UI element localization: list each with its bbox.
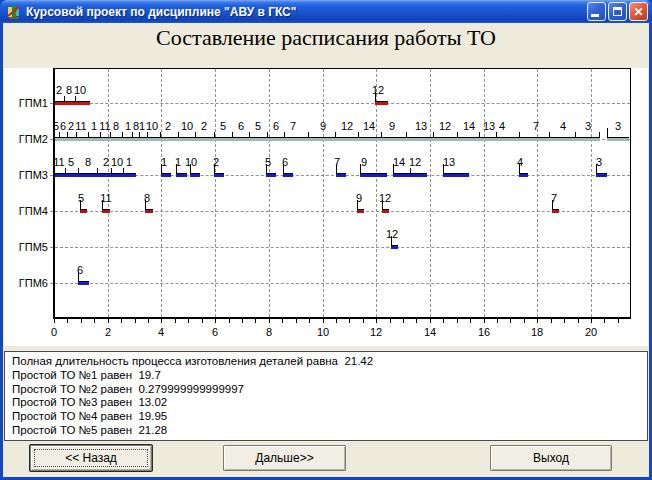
bar-label: 11 bbox=[99, 120, 110, 132]
x-axis-tick bbox=[175, 319, 176, 323]
x-axis-tick bbox=[296, 319, 297, 323]
x-axis-tick bbox=[67, 319, 68, 323]
bar-label: 7 bbox=[290, 120, 296, 132]
vertical-gridline bbox=[430, 69, 431, 317]
bar-label: 9 bbox=[356, 192, 362, 204]
bar-label: 9 bbox=[361, 156, 367, 168]
x-axis-tick bbox=[188, 319, 189, 323]
x-axis-tick bbox=[510, 319, 511, 323]
app-window: Курсовой проект по дисциплине "АВУ в ГКС… bbox=[0, 0, 652, 480]
bar-label: 4 bbox=[560, 120, 566, 132]
bar-label: 2 bbox=[56, 84, 62, 96]
bar-label: 5 bbox=[265, 156, 271, 168]
bar-segment-tick bbox=[122, 132, 123, 137]
bar-segment-tick bbox=[195, 132, 196, 137]
x-axis-label: 20 bbox=[585, 326, 597, 338]
x-axis-label: 2 bbox=[105, 326, 111, 338]
bar-label: 8 bbox=[66, 84, 72, 96]
next-button[interactable]: Дальше>> bbox=[223, 445, 346, 471]
bar-label: 14 bbox=[363, 120, 375, 132]
gantt-bar bbox=[266, 173, 276, 177]
bar-label: 10 bbox=[185, 156, 197, 168]
minimize-icon bbox=[591, 14, 599, 17]
plot-frame-top bbox=[54, 68, 631, 69]
x-axis-tick bbox=[282, 319, 283, 323]
bar-label: 12 bbox=[341, 120, 353, 132]
bar-label: 7 bbox=[334, 156, 340, 168]
vertical-gridline bbox=[484, 69, 485, 317]
bar-segment-tick bbox=[100, 132, 101, 137]
bar-label: 13 bbox=[443, 156, 455, 168]
gantt-bar bbox=[336, 173, 346, 177]
bar-label: 4 bbox=[517, 156, 523, 168]
maximize-icon bbox=[613, 7, 622, 16]
exit-button[interactable]: Выход bbox=[490, 445, 612, 471]
x-axis-tick bbox=[537, 319, 538, 323]
x-axis-tick bbox=[161, 319, 162, 323]
bar-label: 1 bbox=[161, 156, 167, 168]
x-axis-tick bbox=[309, 319, 310, 323]
bar-label: 6 bbox=[77, 264, 83, 276]
gantt-bar bbox=[443, 173, 469, 177]
gantt-bar bbox=[607, 137, 629, 141]
x-axis-tick bbox=[349, 319, 350, 323]
x-axis-tick bbox=[54, 319, 55, 323]
x-axis-tick bbox=[390, 319, 391, 323]
bar-segment-tick bbox=[111, 168, 112, 173]
bar-segment-tick bbox=[599, 132, 600, 137]
gantt-bar bbox=[214, 173, 224, 177]
row-gridline bbox=[50, 103, 630, 104]
bar-label: 13 bbox=[415, 120, 427, 132]
bar-segment-tick bbox=[132, 132, 133, 137]
x-axis-tick bbox=[121, 319, 122, 323]
vertical-gridline bbox=[376, 69, 377, 317]
minimize-button[interactable] bbox=[587, 2, 606, 21]
x-axis-tick bbox=[564, 319, 565, 323]
bar-label: 6 bbox=[273, 120, 279, 132]
close-button[interactable]: ✕ bbox=[629, 2, 648, 21]
result-idle-to3: Простой ТО №3 равен 13.02 bbox=[12, 396, 640, 410]
back-button[interactable]: << Назад bbox=[30, 445, 152, 471]
bar-label: 10 bbox=[181, 120, 193, 132]
bar-segment-tick bbox=[78, 168, 79, 173]
x-axis-tick bbox=[403, 319, 404, 323]
gantt-bar bbox=[375, 101, 388, 105]
bar-label: 2 bbox=[201, 120, 207, 132]
bar-segment-tick bbox=[358, 132, 359, 137]
bar-segment-tick bbox=[308, 132, 309, 137]
x-axis-label: 14 bbox=[424, 326, 436, 338]
result-idle-to5: Простой ТО №5 равен 21.28 bbox=[12, 424, 640, 438]
x-axis-tick bbox=[323, 319, 324, 323]
bar-label: 10 bbox=[74, 84, 86, 96]
x-axis-tick bbox=[497, 319, 498, 323]
bar-segment-tick bbox=[232, 132, 233, 137]
bar-label: 5 bbox=[220, 120, 226, 132]
bar-label: 10 bbox=[111, 156, 123, 168]
gantt-bar bbox=[393, 173, 427, 177]
row-gridline bbox=[50, 283, 630, 284]
x-axis-label: 4 bbox=[158, 326, 164, 338]
row-label: ГПМ1 bbox=[8, 97, 48, 109]
bar-label: 11 bbox=[100, 192, 111, 204]
close-icon: ✕ bbox=[633, 6, 643, 18]
x-axis-tick bbox=[578, 319, 579, 323]
row-label: ГПМ3 bbox=[8, 169, 48, 181]
gantt-bar bbox=[552, 209, 559, 213]
window-content: Составление расписания работы ТО ГПМ1281… bbox=[3, 23, 649, 477]
gantt-bar bbox=[283, 173, 293, 177]
bar-label: 7 bbox=[551, 192, 557, 204]
x-axis-tick bbox=[215, 319, 216, 323]
gantt-bar bbox=[596, 173, 607, 177]
gantt-bar bbox=[391, 245, 398, 249]
x-axis-label: 6 bbox=[212, 326, 218, 338]
gantt-bar bbox=[102, 209, 110, 213]
gantt-bar bbox=[54, 101, 90, 105]
window-controls: ✕ bbox=[587, 2, 648, 21]
row-gridline bbox=[50, 211, 630, 212]
x-axis-tick bbox=[470, 319, 471, 323]
bar-label: 5 bbox=[68, 156, 74, 168]
bar-segment-tick bbox=[284, 132, 285, 137]
vertical-gridline bbox=[323, 69, 324, 317]
bar-label: 6 bbox=[238, 120, 244, 132]
maximize-button[interactable] bbox=[608, 2, 627, 21]
